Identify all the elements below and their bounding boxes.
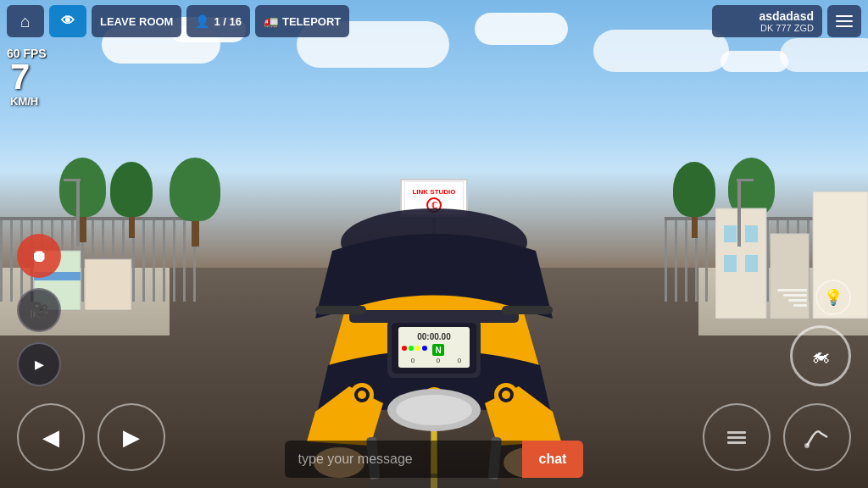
view-toggle-button[interactable]: 👁: [49, 5, 86, 37]
svg-rect-8: [745, 225, 758, 242]
home-icon: ⌂: [20, 12, 31, 31]
svg-rect-17: [502, 306, 553, 314]
camera-button[interactable]: 🎥: [17, 288, 61, 332]
svg-point-22: [402, 346, 407, 351]
horn-icon: ▸: [35, 353, 44, 375]
speed-display: 7 KM/H: [10, 59, 38, 108]
speed-value: 7: [10, 59, 38, 95]
svg-rect-9: [724, 255, 737, 272]
svg-point-23: [409, 346, 414, 351]
menu-button[interactable]: [827, 5, 861, 37]
tree: [59, 158, 106, 242]
svg-text:LINK STUDIO: LINK STUDIO: [412, 188, 455, 196]
speed-unit: KM/H: [10, 95, 38, 108]
menu-line: [836, 15, 853, 17]
message-input[interactable]: [285, 441, 522, 478]
headlight-circle[interactable]: 💡: [815, 280, 851, 315]
hud-top-bar: ⌂ 👁 LEAVE ROOM 👤 1 / 16 🚛 TELEPORT asdad…: [0, 0, 868, 42]
svg-point-25: [422, 346, 427, 351]
svg-text:0: 0: [437, 357, 441, 364]
svg-point-33: [358, 391, 366, 399]
svg-rect-4: [715, 208, 766, 319]
engine-button[interactable]: 🏍: [790, 325, 851, 386]
headlight-line: [788, 299, 807, 302]
svg-rect-47: [727, 431, 746, 434]
svg-text:00:00.00: 00:00.00: [417, 332, 451, 341]
chat-button-label: chat: [539, 452, 567, 466]
svg-rect-16: [315, 306, 366, 314]
headlight-line: [793, 304, 807, 307]
camera-icon: 🎥: [30, 301, 48, 319]
svg-point-24: [415, 346, 420, 351]
player-info-panel: asdadasd DK 777 ZGD: [712, 5, 822, 37]
alert-record-button[interactable]: ⏺: [17, 234, 61, 278]
headlight-lines: [777, 289, 807, 307]
headlight-line: [783, 294, 807, 297]
teleport-label: TELEPORT: [282, 15, 341, 28]
player-plate: DK 777 ZGD: [721, 23, 814, 33]
svg-point-41: [396, 395, 472, 425]
svg-text:0: 0: [458, 357, 462, 364]
svg-text:0: 0: [411, 357, 415, 364]
leave-room-label: LEAVE ROOM: [100, 15, 173, 28]
svg-point-39: [502, 391, 510, 399]
tree: [110, 162, 153, 238]
eye-icon: 👁: [61, 14, 75, 29]
chat-button[interactable]: chat: [522, 441, 584, 478]
leave-room-button[interactable]: LEAVE ROOM: [92, 5, 181, 37]
lamp-post: [737, 179, 741, 247]
truck-icon: 🚛: [264, 14, 278, 28]
headlight-line: [777, 289, 807, 291]
game-viewport: LINK STUDIO ℂ: [0, 0, 868, 488]
headlight-indicator: 💡: [777, 280, 851, 315]
svg-rect-7: [724, 225, 737, 242]
chat-area: chat: [0, 437, 868, 488]
menu-line: [836, 25, 853, 27]
player-count-label: 1 / 16: [214, 15, 242, 28]
right-controls: 💡 🏍: [777, 280, 851, 386]
lamp-post: [76, 179, 80, 247]
left-controls: ⏺ 🎥 ▸: [17, 234, 61, 386]
svg-rect-10: [745, 255, 758, 272]
svg-text:N: N: [435, 346, 441, 355]
tree: [673, 162, 715, 238]
menu-line: [836, 20, 853, 22]
cloud: [780, 38, 868, 72]
home-button[interactable]: ⌂: [7, 5, 44, 37]
person-icon: 👤: [195, 14, 209, 28]
horn-button[interactable]: ▸: [17, 342, 61, 386]
record-icon: ⏺: [31, 247, 47, 266]
tree: [170, 158, 220, 247]
player-name: asdadasd: [721, 9, 814, 23]
cloud: [721, 51, 788, 72]
moto-icon: 🏍: [811, 345, 830, 367]
teleport-button[interactable]: 🚛 TELEPORT: [255, 5, 349, 37]
svg-rect-12: [85, 259, 131, 310]
player-count-button[interactable]: 👤 1 / 16: [186, 5, 250, 37]
